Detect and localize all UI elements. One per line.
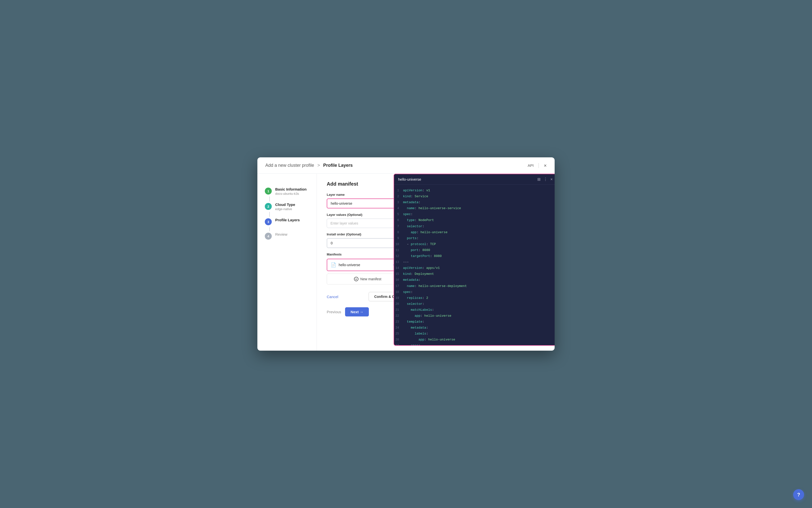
step-badge-4: 4 bbox=[265, 233, 272, 240]
line-content: spec: bbox=[403, 212, 555, 217]
line-content: port: 8080 bbox=[403, 248, 555, 253]
editor-body[interactable]: 1apiVersion: v12kind: Service3metadata:4… bbox=[394, 184, 555, 345]
line-number: 19 bbox=[394, 296, 403, 301]
breadcrumb-parent: Add a new cluster profile bbox=[265, 163, 314, 168]
code-line: 12 targetPort: 8080 bbox=[394, 253, 555, 259]
code-line: 26 app: hello-universe bbox=[394, 337, 555, 343]
line-number: 20 bbox=[394, 302, 403, 306]
line-content: labels: bbox=[403, 331, 555, 337]
new-manifest-label: New manifest bbox=[360, 277, 381, 281]
code-line: 5spec: bbox=[394, 211, 555, 217]
line-number: 27 bbox=[394, 343, 403, 345]
breadcrumb-current: Profile Layers bbox=[323, 163, 353, 168]
line-content: kind: Deployment bbox=[403, 271, 555, 277]
step-text-2: Cloud Type edge-native bbox=[275, 203, 295, 211]
line-number: 4 bbox=[394, 206, 403, 211]
code-line: 9 ports: bbox=[394, 236, 555, 241]
line-number: 11 bbox=[394, 248, 403, 253]
line-number: 1 bbox=[394, 188, 403, 193]
step-label-4: Review bbox=[275, 232, 287, 237]
line-content: name: hello-universe-deployment bbox=[403, 284, 555, 289]
header-actions: API × bbox=[528, 163, 547, 168]
step-badge-3: 3 bbox=[265, 218, 272, 225]
step-text-1: Basic Information docs-ubuntu-k3s bbox=[275, 187, 307, 196]
modal: Add a new cluster profile > Profile Laye… bbox=[257, 157, 555, 351]
line-content: --- bbox=[403, 259, 555, 265]
line-content: app: hello-universe bbox=[403, 230, 555, 235]
line-number: 3 bbox=[394, 200, 403, 205]
step-label-1: Basic Information bbox=[275, 187, 307, 191]
line-number: 9 bbox=[394, 236, 403, 241]
step-text-4: Review bbox=[275, 232, 287, 237]
step-text-3: Profile Layers bbox=[275, 218, 300, 222]
editor-more-button[interactable]: ⋮ bbox=[543, 177, 547, 181]
help-button[interactable]: ? bbox=[793, 489, 804, 500]
code-line: 13--- bbox=[394, 259, 555, 265]
line-content: apiVersion: v1 bbox=[403, 188, 555, 193]
editor-header: hello-universe ⊞ ⋮ × bbox=[394, 174, 555, 184]
line-content: kind: Service bbox=[403, 194, 555, 199]
line-number: 18 bbox=[394, 290, 403, 295]
code-line: 3metadata: bbox=[394, 200, 555, 205]
layer-values-placeholder: Enter layer values bbox=[330, 221, 358, 225]
breadcrumb: Add a new cluster profile > Profile Laye… bbox=[265, 163, 353, 168]
line-content: metadata: bbox=[403, 200, 555, 205]
line-content: app: hello-universe bbox=[403, 313, 555, 319]
code-line: 8 app: hello-universe bbox=[394, 229, 555, 236]
editor-panel: hello-universe ⊞ ⋮ × 1apiVersion: v12kin… bbox=[394, 174, 555, 346]
line-number: 14 bbox=[394, 266, 403, 270]
cancel-button[interactable]: Cancel bbox=[327, 295, 339, 299]
line-number: 24 bbox=[394, 325, 403, 330]
modal-body: 1 Basic Information docs-ubuntu-k3s 2 Cl… bbox=[257, 174, 555, 351]
next-button[interactable]: Next → bbox=[345, 307, 369, 316]
line-content: selector: bbox=[403, 301, 555, 307]
line-number: 6 bbox=[394, 218, 403, 223]
sidebar: 1 Basic Information docs-ubuntu-k3s 2 Cl… bbox=[257, 174, 317, 351]
modal-header: Add a new cluster profile > Profile Laye… bbox=[257, 157, 555, 174]
code-line: 7 selector: bbox=[394, 223, 555, 229]
line-content: app: hello-universe bbox=[403, 337, 555, 342]
code-line: 16metadata: bbox=[394, 277, 555, 283]
api-link[interactable]: API bbox=[528, 163, 534, 168]
code-line: 19 replicas: 2 bbox=[394, 295, 555, 301]
code-line: 24 metadata: bbox=[394, 325, 555, 331]
manifest-item-left: 📄 hello-universe bbox=[331, 262, 360, 268]
line-number: 21 bbox=[394, 307, 403, 312]
line-content: spec: bbox=[403, 289, 555, 295]
manifest-name: hello-universe bbox=[339, 263, 360, 267]
file-icon: 📄 bbox=[331, 262, 336, 268]
code-line: 21 matchLabels: bbox=[394, 307, 555, 313]
line-number: 8 bbox=[394, 230, 403, 235]
sidebar-item-review: 4 Review bbox=[262, 229, 312, 243]
line-number: 2 bbox=[394, 194, 403, 199]
code-line: 6 type: NodePort bbox=[394, 217, 555, 223]
previous-button[interactable]: Previous bbox=[327, 310, 341, 314]
editor-expand-button[interactable]: ⊞ bbox=[537, 177, 541, 181]
line-number: 25 bbox=[394, 331, 403, 336]
code-line: 10 - protocol: TCP bbox=[394, 241, 555, 247]
code-line: 25 labels: bbox=[394, 331, 555, 337]
line-number: 16 bbox=[394, 278, 403, 283]
line-content: spec: bbox=[403, 343, 555, 345]
line-content: metadata: bbox=[403, 277, 555, 283]
breadcrumb-arrow: > bbox=[317, 163, 320, 168]
code-line: 4 name: hello-universe-service bbox=[394, 205, 555, 211]
code-line: 15kind: Deployment bbox=[394, 271, 555, 277]
step-sub-2: edge-native bbox=[275, 207, 295, 211]
code-line: 22 app: hello-universe bbox=[394, 313, 555, 319]
editor-close-button[interactable]: × bbox=[550, 177, 553, 181]
step-badge-2: 2 bbox=[265, 203, 272, 210]
line-number: 13 bbox=[394, 260, 403, 265]
editor-controls: ⊞ ⋮ × bbox=[537, 177, 553, 181]
next-label: Next → bbox=[351, 310, 363, 314]
editor-title: hello-universe bbox=[398, 177, 421, 181]
line-content: selector: bbox=[403, 224, 555, 229]
line-number: 26 bbox=[394, 337, 403, 342]
line-number: 23 bbox=[394, 320, 403, 324]
line-content: - protocol: TCP bbox=[403, 242, 555, 247]
code-line: 1apiVersion: v1 bbox=[394, 187, 555, 194]
close-button[interactable]: × bbox=[544, 163, 547, 168]
line-content: ports: bbox=[403, 236, 555, 241]
line-content: targetPort: 8080 bbox=[403, 254, 555, 259]
line-content: apiVersion: apps/v1 bbox=[403, 265, 555, 271]
